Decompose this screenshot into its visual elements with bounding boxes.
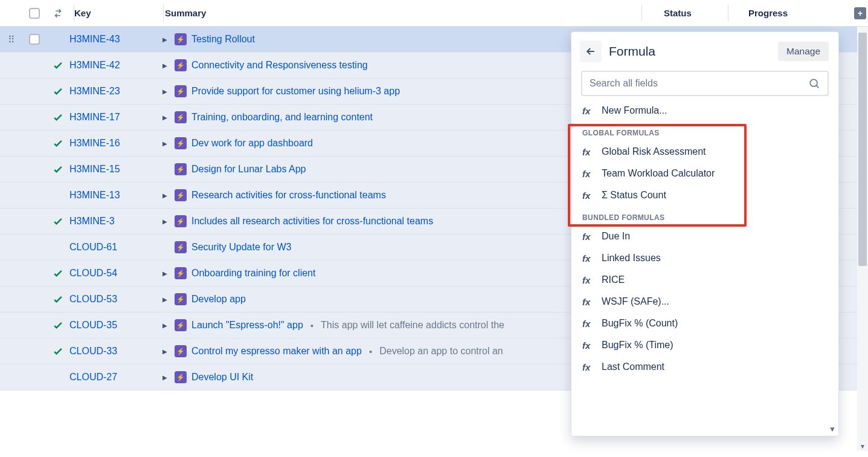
expand-icon[interactable]: ▶ bbox=[160, 216, 170, 226]
summary-link[interactable]: Training, onboarding, and learning conte… bbox=[191, 112, 373, 123]
expand-icon[interactable]: ▶ bbox=[160, 112, 170, 122]
formula-item[interactable]: fxΣ Status Count bbox=[571, 184, 838, 206]
formula-item[interactable]: fxLinked Issues bbox=[571, 247, 838, 269]
drag-handle-icon[interactable]: ⠿ bbox=[6, 32, 17, 47]
column-header-progress[interactable]: Progress bbox=[744, 8, 852, 18]
column-header-summary[interactable]: Summary bbox=[160, 8, 659, 18]
summary-link[interactable]: Connectivity and Responsiveness testing bbox=[191, 60, 368, 71]
formula-label: WSJF (SAFe)... bbox=[602, 296, 669, 307]
manage-button[interactable]: Manage bbox=[778, 42, 829, 61]
epic-type-icon: ⚡ bbox=[175, 241, 187, 253]
expand-icon[interactable]: ▶ bbox=[160, 372, 170, 382]
issue-key-link[interactable]: H3MINE-3 bbox=[69, 216, 115, 226]
select-all-cell bbox=[22, 8, 47, 19]
row-select-cell bbox=[22, 34, 47, 45]
key-cell: H3MINE-42 bbox=[69, 60, 160, 71]
formula-item[interactable]: fxBugFix % (Time) bbox=[571, 334, 838, 356]
column-resizer[interactable] bbox=[728, 5, 728, 21]
formula-label: Team Workload Calculator bbox=[602, 168, 715, 179]
summary-link[interactable]: Security Update for W3 bbox=[191, 242, 291, 253]
search-input[interactable] bbox=[590, 78, 808, 89]
key-cell: CLOUD-61 bbox=[69, 242, 160, 253]
fx-icon: fx bbox=[582, 169, 594, 179]
fx-icon: fx bbox=[582, 106, 594, 116]
issue-key-link[interactable]: H3MINE-42 bbox=[69, 60, 120, 70]
expand-icon[interactable]: ▶ bbox=[160, 60, 170, 70]
summary-link[interactable]: Provide support for customer using heliu… bbox=[191, 86, 400, 97]
swap-icon bbox=[53, 8, 63, 19]
summary-link[interactable]: Develop UI Kit bbox=[191, 372, 253, 383]
column-resizer[interactable] bbox=[74, 5, 74, 21]
done-status-icon bbox=[47, 215, 69, 227]
expand-icon[interactable]: ▶ bbox=[160, 294, 170, 304]
formula-item[interactable]: fxGlobal Risk Assessment bbox=[571, 141, 838, 163]
fx-icon: fx bbox=[582, 340, 594, 351]
epic-type-icon: ⚡ bbox=[175, 293, 187, 305]
issue-key-link[interactable]: H3MINE-15 bbox=[69, 164, 120, 174]
formula-item[interactable]: fxWSJF (SAFe)... bbox=[571, 291, 838, 313]
column-header-status[interactable]: Status bbox=[659, 8, 744, 18]
panel-title: Formula bbox=[609, 44, 778, 59]
issue-key-link[interactable]: H3MINE-17 bbox=[69, 112, 120, 122]
done-status-icon bbox=[47, 163, 69, 175]
expand-icon[interactable]: ▶ bbox=[160, 190, 170, 200]
formula-item[interactable]: fxLast Comment bbox=[571, 356, 838, 378]
summary-link[interactable]: Control my espresso maker with an app bbox=[191, 346, 362, 357]
scrollbar-down-arrow[interactable]: ▼ bbox=[857, 443, 868, 450]
add-column-button[interactable]: + bbox=[854, 7, 866, 19]
formula-label: BugFix % (Time) bbox=[602, 340, 674, 351]
column-resizer[interactable] bbox=[641, 5, 642, 21]
column-status-icon-header[interactable] bbox=[47, 8, 69, 19]
issue-key-link[interactable]: CLOUD-35 bbox=[69, 320, 117, 330]
issue-key-link[interactable]: CLOUD-61 bbox=[69, 242, 117, 252]
select-all-checkbox[interactable] bbox=[29, 8, 40, 19]
fx-icon: fx bbox=[582, 190, 594, 201]
expand-icon[interactable]: ▶ bbox=[160, 34, 170, 44]
issue-key-link[interactable]: H3MINE-43 bbox=[69, 34, 120, 44]
formula-item[interactable]: fxRICE bbox=[571, 269, 838, 291]
add-column-cell: + bbox=[852, 7, 868, 19]
vertical-scrollbar[interactable]: ▼ bbox=[857, 27, 868, 451]
summary-link[interactable]: Includes all research activities for cro… bbox=[191, 216, 433, 227]
formula-item[interactable]: fxBugFix % (Count) bbox=[571, 313, 838, 334]
column-header-key[interactable]: Key bbox=[69, 8, 160, 18]
summary-link[interactable]: Research activities for cross-functional… bbox=[191, 190, 386, 201]
expand-icon[interactable]: ▶ bbox=[160, 86, 170, 96]
row-select-checkbox[interactable] bbox=[29, 34, 40, 45]
epic-type-icon: ⚡ bbox=[175, 85, 187, 97]
search-box[interactable] bbox=[581, 71, 829, 96]
issue-key-link[interactable]: CLOUD-54 bbox=[69, 268, 117, 278]
issue-key-link[interactable]: CLOUD-53 bbox=[69, 294, 117, 304]
summary-link[interactable]: Dev work for app dashboard bbox=[191, 138, 313, 149]
summary-link[interactable]: Launch "Espress-oh!" app bbox=[191, 320, 303, 331]
separator-dot: • bbox=[310, 320, 313, 331]
key-cell: CLOUD-53 bbox=[69, 294, 160, 305]
section-bundled-label: BUNDLED FORMULAS bbox=[571, 206, 838, 225]
formula-item[interactable]: fxTeam Workload Calculator bbox=[571, 163, 838, 184]
formula-item[interactable]: fxDue In bbox=[571, 225, 838, 247]
fx-icon: fx bbox=[582, 253, 594, 264]
issue-key-link[interactable]: CLOUD-27 bbox=[69, 372, 117, 382]
epic-type-icon: ⚡ bbox=[175, 33, 187, 45]
panel-scroll-down-icon[interactable]: ▼ bbox=[829, 425, 836, 433]
issue-key-link[interactable]: H3MINE-16 bbox=[69, 138, 120, 148]
summary-link[interactable]: Onboarding training for client bbox=[191, 268, 315, 279]
formula-panel: Formula Manage fx New Formula... GLOBAL … bbox=[571, 31, 839, 436]
back-button[interactable] bbox=[580, 41, 602, 62]
issue-key-link[interactable]: CLOUD-33 bbox=[69, 346, 117, 356]
summary-link[interactable]: Develop app bbox=[191, 294, 246, 305]
issue-key-link[interactable]: H3MINE-23 bbox=[69, 86, 120, 96]
summary-link[interactable]: Testing Rollout bbox=[191, 34, 255, 45]
scrollbar-thumb[interactable] bbox=[858, 33, 867, 266]
epic-type-icon: ⚡ bbox=[175, 319, 187, 331]
summary-link[interactable]: Design for Lunar Labs App bbox=[191, 164, 306, 175]
done-status-icon bbox=[47, 293, 69, 305]
expand-icon[interactable]: ▶ bbox=[160, 320, 170, 330]
issue-key-link[interactable]: H3MINE-13 bbox=[69, 190, 120, 200]
column-resizer[interactable] bbox=[163, 5, 164, 21]
done-status-icon bbox=[47, 137, 69, 149]
expand-icon[interactable]: ▶ bbox=[160, 346, 170, 356]
expand-icon[interactable]: ▶ bbox=[160, 138, 170, 148]
expand-icon[interactable]: ▶ bbox=[160, 268, 170, 278]
new-formula-item[interactable]: fx New Formula... bbox=[571, 100, 838, 122]
